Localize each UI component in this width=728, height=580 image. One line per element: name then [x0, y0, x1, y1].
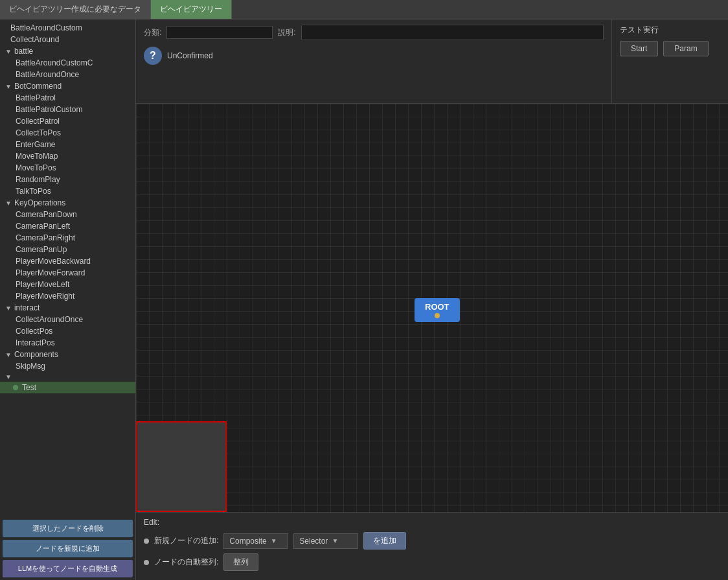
tree-arrow-keyoperations: ▼: [5, 200, 12, 207]
info-bar: 分類: 説明: ? UnConfirmed テスト実行 Start Param: [136, 19, 728, 104]
test-item[interactable]: Test: [0, 382, 135, 393]
tree-group-battle[interactable]: ▼ battle: [0, 45, 135, 57]
tree-group-components-label: Components: [14, 350, 58, 359]
sidebar-tree: BattleAroundCustom CollectAround ▼ battl…: [0, 19, 135, 517]
list-item-player-move-left[interactable]: PlayerMoveLeft: [5, 279, 135, 290]
list-item-move-to-pos[interactable]: MoveToPos: [5, 162, 135, 174]
tree-children-botcommend: BattlePatrol BattlePatrolCustom CollectP…: [0, 92, 135, 197]
tree-group-battle-label: battle: [14, 47, 33, 56]
question-mark-icon: ?: [144, 47, 162, 65]
list-item-camera-pan-down[interactable]: CameraPanDown: [5, 209, 135, 220]
tree-children-components: SkipMsg: [0, 360, 135, 372]
start-button[interactable]: Start: [620, 41, 658, 56]
list-item-camera-pan-left[interactable]: CameraPanLeft: [5, 220, 135, 232]
tree-children-interact: CollectAroundOnce CollectPos InteractPos: [0, 314, 135, 349]
tree-group-empty[interactable]: ▼: [0, 372, 135, 382]
test-buttons: Start Param: [620, 41, 720, 56]
selector-dropdown-arrow: ▼: [332, 537, 338, 544]
list-item-collect-patrol[interactable]: CollectPatrol: [5, 115, 135, 127]
add-node-row: 新規ノードの追加: Composite ▼ Selector ▼ を追加: [144, 532, 720, 550]
mini-map-inner: [137, 423, 225, 511]
unconfirmed-row: ? UnConfirmed: [144, 47, 604, 65]
tree-group-keyoperations[interactable]: ▼ KeyOperations: [0, 197, 135, 209]
auto-arrange-dot: [144, 560, 149, 565]
list-item-collect-pos[interactable]: CollectPos: [5, 325, 135, 337]
tree-group-interact[interactable]: ▼ interact: [0, 302, 135, 314]
right-panel: 分類: 説明: ? UnConfirmed テスト実行 Start Param: [136, 19, 728, 580]
tree-group-botcommend[interactable]: ▼ BotCommend: [0, 80, 135, 92]
root-node-label: ROOT: [425, 302, 449, 312]
param-button[interactable]: Param: [663, 41, 708, 56]
tree-arrow-battle: ▼: [5, 48, 12, 55]
description-input[interactable]: [301, 25, 604, 40]
tree-children-keyoperations: CameraPanDown CameraPanLeft CameraPanRig…: [0, 209, 135, 302]
tree-children-battle: BattleAroundCustomC BattleAroundOnce: [0, 57, 135, 80]
info-right: テスト実行 Start Param: [611, 19, 728, 103]
list-item-battle-around-custom[interactable]: BattleAroundCustom: [0, 22, 135, 34]
category-label: 分類:: [144, 27, 161, 38]
info-left: 分類: 説明: ? UnConfirmed: [136, 19, 611, 103]
list-item-talk-to-pos[interactable]: TalkToPos: [5, 185, 135, 197]
tree-group-keyoperations-label: KeyOperations: [14, 198, 65, 207]
selector-value: Selector: [299, 537, 328, 546]
category-input[interactable]: [166, 26, 273, 39]
test-dot: [13, 385, 18, 390]
list-item-camera-pan-right[interactable]: CameraPanRight: [5, 232, 135, 244]
edit-bar: Edit: 新規ノードの追加: Composite ▼ Selector ▼ を…: [136, 512, 728, 580]
llm-generate-button[interactable]: LLMを使ってノードを自動生成: [3, 560, 133, 577]
canvas-area[interactable]: ROOT: [136, 104, 728, 512]
delete-node-button[interactable]: 選択したノードを削除: [3, 520, 133, 537]
tab-bar: ビヘイビアツリー作成に必要なデータ ビヘイビアツリー: [0, 0, 728, 19]
root-node-connector: [435, 313, 440, 318]
list-item-player-move-backward[interactable]: PlayerMoveBackward: [5, 255, 135, 267]
add-node-label: 新規ノードの追加:: [154, 535, 218, 546]
composite-dropdown-arrow: ▼: [271, 537, 277, 544]
category-row: 分類: 説明:: [144, 25, 604, 40]
add-node-dot: [144, 539, 149, 544]
selector-dropdown[interactable]: Selector ▼: [293, 533, 358, 549]
tree-arrow-botcommend: ▼: [5, 83, 12, 90]
list-item-collect-to-pos[interactable]: CollectToPos: [5, 127, 135, 139]
test-item-label: Test: [22, 383, 36, 392]
add-node-button[interactable]: を追加: [363, 532, 406, 550]
list-item-collect-around-once[interactable]: CollectAroundOnce: [5, 314, 135, 325]
mini-map[interactable]: [136, 421, 227, 512]
list-item-collect-around[interactable]: CollectAround: [0, 34, 135, 45]
list-item-battle-around-once[interactable]: BattleAroundOnce: [5, 69, 135, 80]
list-item-battle-patrol-custom[interactable]: BattlePatrolCustom: [5, 104, 135, 115]
tree-group-components[interactable]: ▼ Components: [0, 349, 135, 360]
list-item-player-move-forward[interactable]: PlayerMoveForward: [5, 267, 135, 279]
main-container: BattleAroundCustom CollectAround ▼ battl…: [0, 19, 728, 580]
tab-tree[interactable]: ビヘイビアツリー: [151, 0, 232, 19]
list-item-battle-patrol[interactable]: BattlePatrol: [5, 92, 135, 104]
auto-arrange-label: ノードの自動整列:: [154, 557, 218, 568]
sidebar: BattleAroundCustom CollectAround ▼ battl…: [0, 19, 136, 580]
composite-dropdown[interactable]: Composite ▼: [223, 533, 288, 549]
list-item-battle-around-custom-c[interactable]: BattleAroundCustomC: [5, 57, 135, 69]
list-item-player-move-right[interactable]: PlayerMoveRight: [5, 290, 135, 302]
canvas-grid: ROOT: [136, 104, 728, 512]
arrange-button[interactable]: 整列: [223, 553, 258, 571]
test-exec-label: テスト実行: [620, 25, 720, 36]
root-node[interactable]: ROOT: [415, 298, 460, 322]
tree-group-botcommend-label: BotCommend: [14, 82, 62, 91]
list-item-enter-game[interactable]: EnterGame: [5, 139, 135, 150]
auto-arrange-row: ノードの自動整列: 整列: [144, 553, 720, 571]
list-item-skip-msg[interactable]: SkipMsg: [5, 360, 135, 372]
list-item-camera-pan-up[interactable]: CameraPanUp: [5, 244, 135, 255]
sidebar-buttons: 選択したノードを削除 ノードを新規に追加 LLMを使ってノードを自動生成: [0, 517, 135, 580]
unconfirmed-text: UnConfirmed: [167, 51, 213, 60]
tab-data[interactable]: ビヘイビアツリー作成に必要なデータ: [0, 0, 151, 19]
list-item-move-to-map[interactable]: MoveToMap: [5, 150, 135, 162]
description-label: 説明:: [278, 27, 295, 38]
tree-arrow-interact: ▼: [5, 305, 12, 312]
tree-group-interact-label: interact: [14, 303, 40, 312]
list-item-random-play[interactable]: RandomPlay: [5, 174, 135, 185]
composite-value: Composite: [229, 537, 266, 546]
tree-arrow-empty: ▼: [5, 373, 12, 380]
tree-arrow-components: ▼: [5, 351, 12, 358]
add-new-node-button[interactable]: ノードを新規に追加: [3, 540, 133, 557]
edit-label: Edit:: [144, 518, 720, 527]
list-item-interact-pos[interactable]: InteractPos: [5, 337, 135, 349]
